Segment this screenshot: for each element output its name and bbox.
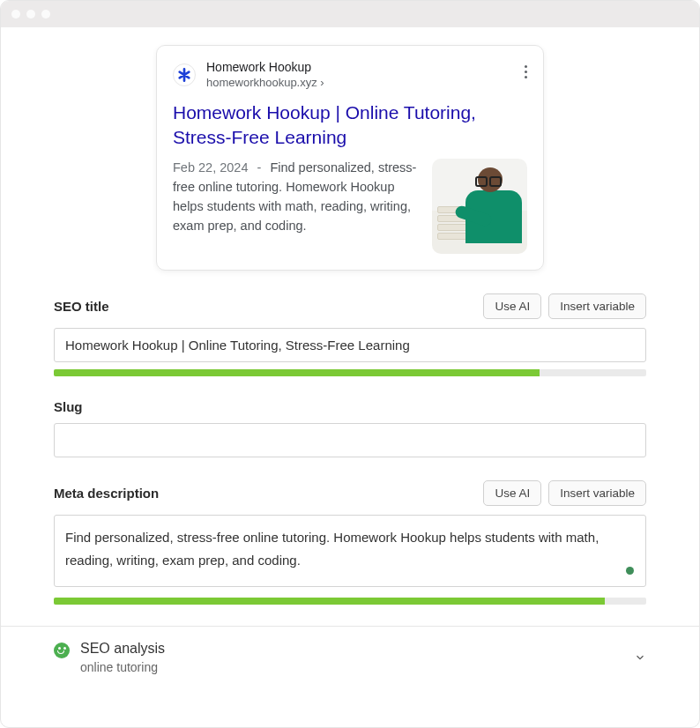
meta-description-progress (54, 598, 646, 605)
window-dot (11, 10, 20, 19)
meta-description-buttons: Use AI Insert variable (483, 480, 646, 506)
seo-analysis-title: SEO analysis (80, 641, 165, 657)
thumbnail-glasses-icon (477, 178, 503, 183)
meta-description-progress-fill (54, 598, 605, 605)
serp-kebab-menu[interactable] (521, 62, 531, 82)
site-favicon (173, 63, 196, 86)
seo-title-label: SEO title (54, 299, 109, 314)
serp-description: Feb 22, 2024 - Find personalized, stress… (173, 159, 420, 254)
meta-description-input[interactable] (54, 515, 646, 587)
seo-analysis-toggle[interactable]: SEO analysis online tutoring (54, 627, 646, 681)
smiley-good-icon (54, 643, 70, 658)
serp-thumbnail (432, 159, 527, 254)
seo-title-insert-variable-button[interactable]: Insert variable (548, 293, 646, 319)
content-area: Homework Hookup homeworkhookup.xyz › Hom… (1, 27, 699, 699)
serp-header: Homework Hookup homeworkhookup.xyz › (173, 60, 527, 90)
serp-site-info: Homework Hookup homeworkhookup.xyz › (206, 60, 324, 90)
slug-input[interactable] (54, 423, 646, 457)
window-titlebar (1, 1, 699, 27)
slug-row: Slug (54, 399, 646, 414)
slug-label: Slug (54, 399, 83, 414)
meta-description-label: Meta description (54, 486, 159, 501)
kebab-dot-icon (525, 76, 527, 78)
seo-title-buttons: Use AI Insert variable (483, 293, 646, 319)
seo-analysis-keyword: online tutoring (80, 660, 165, 674)
seo-title-progress-fill (54, 369, 540, 376)
window-dot (26, 10, 35, 19)
serp-site-url: homeworkhookup.xyz › (206, 76, 324, 90)
meta-description-wrapper (54, 506, 646, 591)
meta-description-row: Meta description Use AI Insert variable (54, 480, 646, 506)
seo-analysis-text: SEO analysis online tutoring (80, 641, 165, 674)
seo-title-progress (54, 369, 646, 376)
serp-preview-card: Homework Hookup homeworkhookup.xyz › Hom… (156, 45, 544, 271)
app-window: Homework Hookup homeworkhookup.xyz › Hom… (0, 0, 700, 728)
seo-analysis-left: SEO analysis online tutoring (54, 641, 165, 674)
chevron-down-icon (634, 651, 646, 664)
kebab-dot-icon (525, 71, 527, 73)
serp-body: Feb 22, 2024 - Find personalized, stress… (173, 159, 527, 254)
seo-title-row: SEO title Use AI Insert variable (54, 293, 646, 319)
serp-separator: - (257, 160, 262, 175)
seo-title-use-ai-button[interactable]: Use AI (483, 293, 541, 319)
asterisk-icon (177, 68, 191, 82)
kebab-dot-icon (525, 65, 527, 68)
serp-site-name: Homework Hookup (206, 60, 324, 76)
serp-date: Feb 22, 2024 (173, 160, 248, 175)
serp-title-link[interactable]: Homework Hookup | Online Tutoring, Stres… (173, 100, 527, 151)
meta-description-use-ai-button[interactable]: Use AI (483, 480, 541, 506)
window-dot (41, 10, 50, 19)
seo-title-input[interactable] (54, 328, 646, 362)
meta-description-insert-variable-button[interactable]: Insert variable (548, 480, 646, 506)
